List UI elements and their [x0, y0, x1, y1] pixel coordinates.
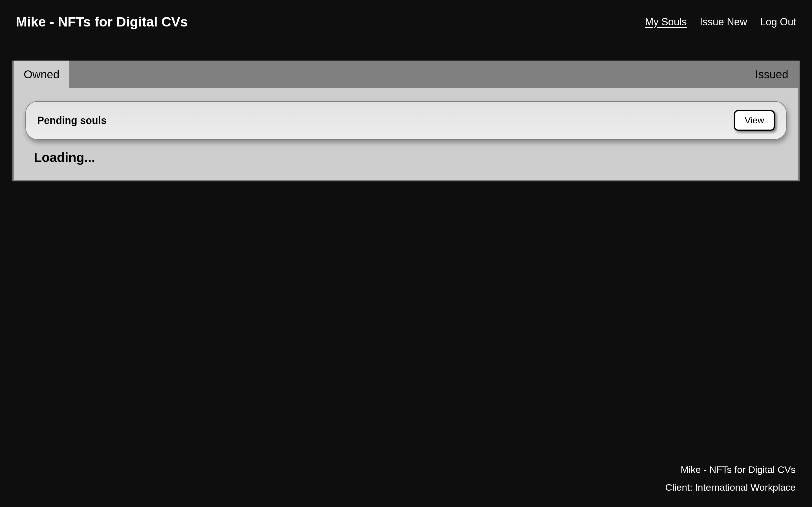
nav-log-out[interactable]: Log Out [760, 16, 796, 28]
pending-souls-card: Pending souls View [26, 101, 786, 140]
header-nav: My Souls Issue New Log Out [645, 16, 796, 28]
card-title: Pending souls [37, 115, 107, 126]
view-button[interactable]: View [734, 110, 775, 131]
loading-text: Loading... [26, 150, 786, 165]
header: Mike - NFTs for Digital CVs My Souls Iss… [0, 0, 812, 44]
tabs-row: Owned Issued [14, 61, 798, 88]
tab-issued[interactable]: Issued [746, 61, 798, 88]
app-title: Mike - NFTs for Digital CVs [16, 14, 188, 30]
main-panel: Owned Issued Pending souls View Loading.… [12, 61, 800, 181]
footer-app-name: Mike - NFTs for Digital CVs [665, 464, 796, 475]
nav-my-souls[interactable]: My Souls [645, 16, 687, 28]
tab-owned[interactable]: Owned [14, 61, 69, 88]
panel-body: Pending souls View Loading... [14, 88, 798, 180]
footer-client: Client: International Workplace [665, 482, 796, 493]
nav-issue-new[interactable]: Issue New [700, 16, 747, 28]
footer: Mike - NFTs for Digital CVs Client: Inte… [665, 457, 796, 493]
